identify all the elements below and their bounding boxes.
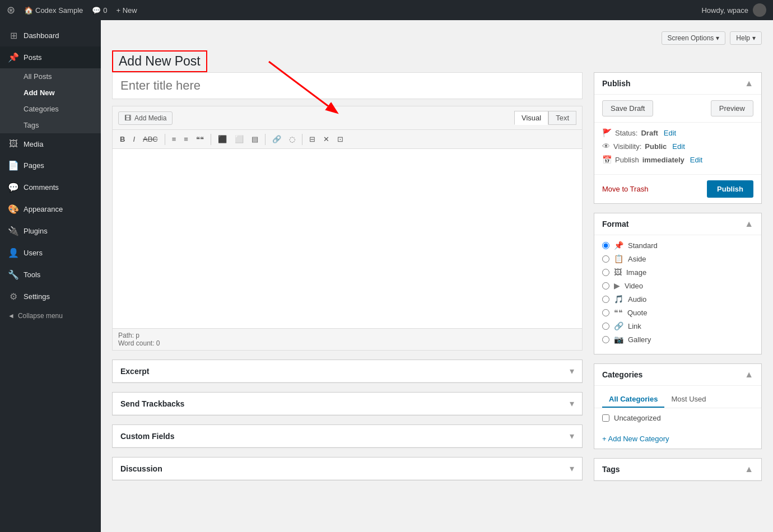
align-left-button[interactable]: ⬛: [215, 133, 230, 145]
unordered-list-button[interactable]: ≡: [169, 133, 179, 145]
format-item-link: 🔗 Link: [602, 321, 753, 330]
format-radio-standard[interactable]: [602, 242, 609, 249]
format-radio-audio[interactable]: [602, 296, 609, 303]
add-media-button[interactable]: 🎞 Add Media: [118, 111, 173, 125]
appearance-icon: 🎨: [8, 204, 19, 214]
insert-more-button[interactable]: ⊟: [306, 133, 318, 145]
trackbacks-metabox: Send Trackbacks ▾: [112, 392, 583, 416]
dashboard-icon: ⊞: [8, 30, 19, 41]
sidebar-item-media[interactable]: 🖼 Media: [0, 133, 101, 155]
publish-footer: Move to Trash Publish: [594, 175, 761, 203]
link-button[interactable]: 🔗: [269, 133, 284, 145]
discussion-metabox-header[interactable]: Discussion ▾: [113, 458, 582, 480]
categories-metabox-header[interactable]: Categories ▲: [594, 364, 761, 386]
category-checkbox-uncategorized[interactable]: [602, 414, 609, 422]
format-radio-aside[interactable]: [602, 255, 609, 263]
sidebar-item-settings[interactable]: ⚙ Settings: [0, 286, 101, 307]
publish-metabox-header[interactable]: Publish ▲: [594, 73, 761, 95]
preview-button[interactable]: Preview: [711, 100, 753, 116]
divider: [165, 134, 165, 145]
add-new-category-link[interactable]: + Add New Category: [594, 432, 761, 449]
users-icon: 👤: [8, 248, 19, 258]
admin-bar: ⊛ 🏠 Codex Sample 💬 0 + New Howdy, wpace: [0, 0, 773, 20]
editor-box: 🎞 Add Media Visual Text B I ABC: [112, 106, 583, 351]
sidebar-item-comments[interactable]: 💬 Comments: [0, 176, 101, 198]
home-icon: 🏠: [24, 6, 33, 15]
format-radio-gallery[interactable]: [602, 336, 609, 343]
sidebar-item-users[interactable]: 👤 Users: [0, 242, 101, 264]
unlink-button[interactable]: ◌: [286, 133, 298, 145]
italic-button[interactable]: I: [130, 133, 138, 145]
format-radio-video[interactable]: [602, 282, 609, 290]
text-tab[interactable]: Text: [548, 111, 576, 125]
comments-link[interactable]: 💬 0: [92, 6, 107, 15]
tags-toggle-icon: ▲: [744, 464, 753, 474]
visual-tab[interactable]: Visual: [514, 111, 548, 125]
avatar: [753, 3, 766, 17]
trackbacks-metabox-header[interactable]: Send Trackbacks ▾: [113, 393, 582, 415]
most-used-tab[interactable]: Most Used: [664, 391, 713, 408]
visibility-edit-link[interactable]: Edit: [672, 142, 684, 151]
format-item-aside: 📋 Aside: [602, 254, 753, 263]
main-content: Screen Options ▾ Help ▾ Add New Post: [101, 20, 773, 532]
visibility-row: 👁 Visibility: Public Edit: [602, 142, 753, 151]
post-sidebar: Publish ▲ Save Draft Preview 🚩 Status: D…: [594, 72, 762, 490]
sidebar-item-dashboard[interactable]: ⊞ Dashboard: [0, 25, 101, 46]
categories-toggle-icon: ▲: [744, 370, 753, 380]
sidebar-item-posts[interactable]: 📌 Posts: [0, 46, 101, 68]
submenu-categories[interactable]: Categories: [0, 101, 101, 117]
publish-toggle-icon: ▲: [744, 78, 753, 88]
custom-fields-metabox-header[interactable]: Custom Fields ▾: [113, 425, 582, 447]
excerpt-metabox-header[interactable]: Excerpt ▾: [113, 360, 582, 382]
page-title: Add New Post: [112, 50, 207, 72]
categories-metabox: Categories ▲ All Categories Most Used Un…: [594, 363, 762, 449]
submenu-add-new[interactable]: Add New: [0, 85, 101, 101]
help-button[interactable]: Help ▾: [730, 31, 762, 45]
status-edit-link[interactable]: Edit: [664, 129, 676, 137]
collapse-menu-button[interactable]: ◄ Collapse menu: [0, 307, 101, 324]
all-categories-tab[interactable]: All Categories: [602, 391, 664, 408]
align-center-button[interactable]: ⬜: [232, 133, 246, 145]
publish-button[interactable]: Publish: [707, 180, 753, 198]
format-radio-image[interactable]: [602, 269, 609, 276]
sidebar-item-appearance[interactable]: 🎨 Appearance: [0, 198, 101, 220]
divider: [302, 134, 302, 145]
editor-tabs: Visual Text: [514, 111, 576, 125]
format-metabox: Format ▲ 📌 Standard 📋: [594, 213, 762, 354]
align-right-button[interactable]: ▤: [249, 133, 261, 145]
posts-icon: 📌: [8, 52, 19, 63]
blockquote-button[interactable]: ❝❝: [193, 133, 207, 145]
post-title-input[interactable]: [112, 72, 583, 99]
site-name[interactable]: 🏠 Codex Sample: [24, 6, 83, 15]
save-draft-button[interactable]: Save Draft: [602, 100, 653, 116]
tags-metabox-header[interactable]: Tags ▲: [594, 459, 761, 480]
wp-logo-icon[interactable]: ⊛: [7, 4, 15, 16]
sidebar-item-plugins[interactable]: 🔌 Plugins: [0, 220, 101, 242]
comments-icon: 💬: [8, 182, 19, 193]
pages-icon: 📄: [8, 160, 19, 171]
format-radio-link[interactable]: [602, 323, 609, 330]
sidebar-item-pages[interactable]: 📄 Pages: [0, 155, 101, 176]
screen-options-button[interactable]: Screen Options ▾: [662, 31, 726, 45]
strikethrough-button[interactable]: ABC: [140, 133, 161, 145]
category-item-uncategorized: Uncategorized: [602, 414, 753, 422]
categories-tabs: All Categories Most Used: [594, 386, 761, 408]
publish-time-edit-link[interactable]: Edit: [690, 156, 702, 164]
editor-toolbar-top: 🎞 Add Media Visual Text: [113, 106, 582, 130]
trackbacks-toggle-icon: ▾: [570, 398, 574, 409]
editor-content-area[interactable]: [113, 149, 582, 328]
howdy-label[interactable]: Howdy, wpace: [701, 3, 766, 17]
new-content-link[interactable]: + New: [117, 6, 137, 15]
bold-button[interactable]: B: [117, 133, 128, 145]
sidebar-item-tools[interactable]: 🔧 Tools: [0, 264, 101, 286]
remove-formatting-button[interactable]: ✕: [320, 133, 332, 145]
submenu-tags[interactable]: Tags: [0, 117, 101, 133]
flag-icon: 🚩: [602, 128, 612, 137]
submenu-all-posts[interactable]: All Posts: [0, 68, 101, 85]
format-radio-quote[interactable]: [602, 309, 609, 316]
move-to-trash-link[interactable]: Move to Trash: [602, 185, 648, 193]
standard-icon: 📌: [614, 241, 623, 250]
fullscreen-button[interactable]: ⊡: [334, 133, 346, 145]
ordered-list-button[interactable]: ≡: [181, 133, 191, 145]
format-metabox-header[interactable]: Format ▲: [594, 213, 761, 235]
